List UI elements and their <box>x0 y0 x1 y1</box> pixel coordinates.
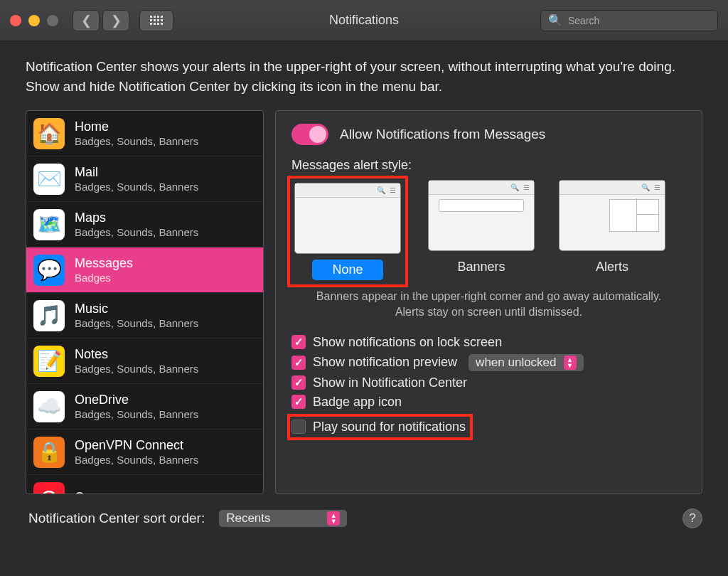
alert-style-none-label: None <box>312 260 383 280</box>
alert-style-label: Messages alert style: <box>291 158 686 173</box>
alert-style-alerts-preview: 🔍☰ <box>559 180 665 251</box>
grid-icon <box>150 16 163 25</box>
app-sub: Badges, Sounds, Banners <box>75 181 198 193</box>
allow-notifications-toggle[interactable] <box>291 124 328 145</box>
sort-order-label: Notification Center sort order: <box>28 511 205 526</box>
footer: Notification Center sort order: Recents … <box>26 508 702 528</box>
app-name: Home <box>75 119 198 135</box>
app-icon: 🗺️ <box>33 209 65 240</box>
app-icon: 🔒 <box>33 437 65 468</box>
app-item-notes[interactable]: 📝NotesBadges, Sounds, Banners <box>26 338 263 384</box>
check-play-sound-label: Play sound for notifications <box>313 420 466 434</box>
app-icon: O <box>33 482 65 495</box>
search-input[interactable]: 🔍 Search <box>540 10 718 31</box>
check-badge-label: Badge app icon <box>313 395 402 410</box>
check-preview[interactable]: ✓ Show notification preview when unlocke… <box>291 354 686 371</box>
app-icon: 🎵 <box>33 300 65 331</box>
preview-dropdown-value: when unlocked <box>476 356 556 370</box>
app-name: Mail <box>75 165 198 181</box>
chevron-updown-icon: ▲▼ <box>327 511 340 526</box>
window-title: Notifications <box>329 13 399 28</box>
alert-style-banners-label: Banners <box>446 257 517 277</box>
list-icon: ☰ <box>523 183 530 191</box>
app-sub: Badges, Sounds, Banners <box>75 317 198 329</box>
app-item-music[interactable]: 🎵MusicBadges, Sounds, Banners <box>26 293 263 338</box>
checkbox-icon: ✓ <box>291 335 306 349</box>
app-item-maps[interactable]: 🗺️MapsBadges, Sounds, Banners <box>26 202 263 247</box>
back-button[interactable]: ❮ <box>73 10 100 31</box>
app-name: Maps <box>75 210 198 226</box>
app-name: Notes <box>75 347 198 363</box>
search-icon: 🔍 <box>377 186 385 194</box>
search-icon: 🔍 <box>510 183 519 191</box>
alert-style-banners[interactable]: 🔍☰ Banners <box>428 180 535 283</box>
app-icon: 📝 <box>33 346 65 377</box>
app-name: OpenVPN Connect <box>75 438 198 454</box>
app-item-opera[interactable]: OOpera <box>26 475 263 494</box>
check-notification-center[interactable]: ✓ Show in Notification Center <box>291 375 686 390</box>
app-item-mail[interactable]: ✉️MailBadges, Sounds, Banners <box>26 156 263 202</box>
app-name: OneDrive <box>75 393 198 408</box>
app-icon: 🏠 <box>33 118 65 149</box>
alert-style-none-preview: 🔍☰ <box>294 183 401 254</box>
check-notification-center-label: Show in Notification Center <box>313 375 467 390</box>
allow-notifications-label: Allow Notifications from Messages <box>340 127 545 142</box>
app-icon: ✉️ <box>33 164 65 195</box>
app-sub: Badges, Sounds, Banners <box>75 408 198 420</box>
list-icon: ☰ <box>654 183 660 191</box>
list-icon: ☰ <box>390 186 396 194</box>
app-sub: Badges <box>75 272 133 284</box>
chevron-updown-icon: ▲▼ <box>564 356 577 370</box>
app-name: Music <box>75 302 198 317</box>
minimize-window-button[interactable] <box>28 15 40 26</box>
app-name: Messages <box>75 256 133 272</box>
zoom-window-button[interactable] <box>47 15 58 26</box>
app-item-home[interactable]: 🏠HomeBadges, Sounds, Banners <box>26 111 263 156</box>
check-lock-screen[interactable]: ✓ Show notifications on lock screen <box>291 335 686 350</box>
app-list[interactable]: 🏠HomeBadges, Sounds, Banners✉️MailBadges… <box>26 110 264 494</box>
app-sub: Badges, Sounds, Banners <box>75 135 198 147</box>
check-badge[interactable]: ✓ Badge app icon <box>291 395 686 410</box>
alert-style-alerts[interactable]: 🔍☰ Alerts <box>559 180 665 283</box>
titlebar: ❮ ❯ Notifications 🔍 Search <box>0 0 728 41</box>
app-icon: 💬 <box>33 255 65 286</box>
check-play-sound[interactable]: Play sound for notifications <box>287 414 473 440</box>
app-icon: ☁️ <box>33 391 65 422</box>
window-controls <box>10 15 58 26</box>
checkbox-icon: ✓ <box>291 356 306 370</box>
sort-order-value: Recents <box>226 511 270 526</box>
page-description: Notification Center shows your alerts in… <box>26 57 702 96</box>
checkbox-icon: ✓ <box>291 375 306 390</box>
app-sub: Badges, Sounds, Banners <box>75 226 198 238</box>
alert-style-description: Banners appear in the upper-right corner… <box>306 289 672 321</box>
search-icon: 🔍 <box>548 14 562 27</box>
sort-order-dropdown[interactable]: Recents ▲▼ <box>219 510 347 527</box>
search-icon: 🔍 <box>641 183 650 191</box>
forward-button[interactable]: ❯ <box>102 10 129 31</box>
nav-buttons: ❮ ❯ <box>73 10 129 31</box>
app-sub: Badges, Sounds, Banners <box>75 363 198 375</box>
close-window-button[interactable] <box>10 15 21 26</box>
alert-style-none[interactable]: 🔍☰ None <box>287 176 408 287</box>
app-item-openvpn-connect[interactable]: 🔒OpenVPN ConnectBadges, Sounds, Banners <box>26 430 263 475</box>
checkbox-icon <box>291 420 306 434</box>
check-preview-label: Show notification preview <box>313 355 457 370</box>
detail-panel: Allow Notifications from Messages Messag… <box>275 110 702 494</box>
checkbox-icon: ✓ <box>291 395 306 409</box>
help-button[interactable]: ? <box>682 508 702 528</box>
app-name: Opera <box>75 490 110 494</box>
app-sub: Badges, Sounds, Banners <box>75 454 198 466</box>
show-all-button[interactable] <box>139 10 173 31</box>
alert-style-alerts-label: Alerts <box>577 257 648 277</box>
check-lock-screen-label: Show notifications on lock screen <box>313 335 502 350</box>
alert-style-options: 🔍☰ None 🔍☰ Banners 🔍☰ Aler <box>291 180 686 283</box>
alert-style-banners-preview: 🔍☰ <box>428 180 535 251</box>
app-item-onedrive[interactable]: ☁️OneDriveBadges, Sounds, Banners <box>26 384 263 430</box>
search-placeholder: Search <box>568 15 599 26</box>
preview-dropdown[interactable]: when unlocked ▲▼ <box>469 354 583 371</box>
app-item-messages[interactable]: 💬MessagesBadges <box>26 247 263 293</box>
